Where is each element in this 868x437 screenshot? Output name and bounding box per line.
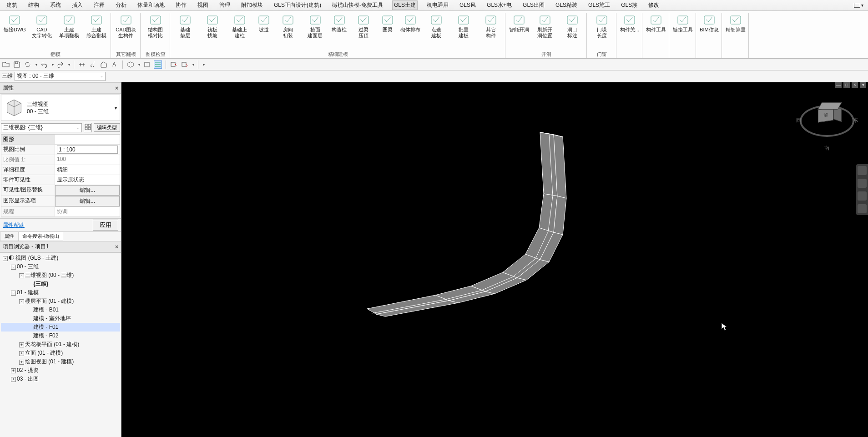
ribbon-刷新开洞位置[interactable]: 刷新开洞位置 xyxy=(532,13,558,40)
align-icon[interactable] xyxy=(78,60,86,69)
menu-系统[interactable]: 系统 xyxy=(48,0,63,10)
dropdown-icon[interactable]: ▾ xyxy=(35,63,37,67)
view-selector-combo[interactable]: 视图 : 00 - 三维 ⌄ xyxy=(15,72,106,81)
ribbon-过梁压顶[interactable]: 过梁压顶 xyxy=(350,13,377,40)
ribbon-其它构件[interactable]: 其它构件 xyxy=(478,13,504,40)
menu-分析[interactable]: 分析 xyxy=(114,0,128,10)
menu-GLS施工[interactable]: GLS施工 xyxy=(586,0,612,10)
tree-node[interactable]: +绘图视图 (01 - 建模) xyxy=(1,357,120,366)
browser-tree[interactable]: -◐ 视图 (GLS - 土建)-00 - 三维-三维视图 (00 - 三维){… xyxy=(0,253,121,384)
menu-GLS出图[interactable]: GLS出图 xyxy=(521,0,546,10)
orbit-icon[interactable] xyxy=(858,204,867,213)
steering-wheel-icon[interactable] xyxy=(858,166,867,175)
ribbon-门垛长度[interactable]: 门垛长度 xyxy=(589,13,615,40)
menu-建筑[interactable]: 建筑 xyxy=(5,0,19,10)
undo-icon[interactable] xyxy=(40,60,48,69)
3d-icon[interactable] xyxy=(126,60,135,69)
tree-node[interactable]: 建模 - F02 xyxy=(1,332,120,340)
customize-icon[interactable]: ▾ xyxy=(203,63,205,67)
window-box-icon[interactable] xyxy=(854,3,860,8)
menu-GLS族[interactable]: GLS族 xyxy=(619,0,639,10)
thin-lines-icon[interactable] xyxy=(154,60,162,69)
tree-node[interactable]: +02 - 提资 xyxy=(1,366,120,375)
expand-icon[interactable]: - xyxy=(19,299,24,304)
viewcube-south[interactable]: 南 xyxy=(824,145,829,151)
viewcube-top[interactable] xyxy=(818,102,842,110)
dropdown-icon[interactable]: ▾ xyxy=(68,63,70,67)
pan-icon[interactable] xyxy=(858,179,867,188)
ribbon-圈梁[interactable]: 圈梁 xyxy=(378,13,398,34)
expand-icon[interactable]: + xyxy=(19,351,24,356)
tree-node[interactable]: +03 - 出图 xyxy=(1,375,120,383)
close-icon[interactable]: × xyxy=(852,82,858,88)
menu-视图[interactable]: 视图 xyxy=(196,0,210,10)
expand-icon[interactable]: - xyxy=(3,256,8,261)
properties-help-link[interactable]: 属性帮助 xyxy=(3,221,25,229)
chevron-down-icon[interactable]: ▾ xyxy=(860,82,866,88)
tab-cmd-search[interactable]: 命令搜索-橄榄山 xyxy=(18,232,63,241)
close-icon[interactable]: × xyxy=(115,244,118,250)
tree-node[interactable]: +立面 (01 - 建模) xyxy=(1,349,120,357)
viewcube-east[interactable]: 东 xyxy=(853,117,858,124)
ribbon-土建综合翻模[interactable]: 土建综合翻模 xyxy=(83,13,110,40)
close-hidden-icon[interactable] xyxy=(170,60,178,69)
expand-icon[interactable]: + xyxy=(19,342,24,347)
viewcube[interactable]: 前 西 东 南 xyxy=(800,96,854,151)
menu-GLS土建[interactable]: GLS土建 xyxy=(392,0,418,10)
prop-input[interactable] xyxy=(57,146,118,154)
grid-icon[interactable] xyxy=(84,123,92,132)
ribbon-构造柱[interactable]: 构造柱 xyxy=(329,13,349,34)
tab-properties[interactable]: 属性 xyxy=(0,232,18,241)
close-icon[interactable]: × xyxy=(115,85,118,91)
tree-node[interactable]: +天花板平面 (01 - 建模) xyxy=(1,340,120,349)
viewport-3d[interactable]: — □ × ▾ xyxy=(121,82,868,437)
tree-node[interactable]: {三维} xyxy=(1,280,120,288)
ribbon-链接工具[interactable]: 链接工具 xyxy=(671,13,695,34)
tree-node[interactable]: -◐ 视图 (GLS - 土建) xyxy=(1,254,120,262)
instance-combo[interactable]: 三维视图: {三维} ⌄ xyxy=(1,123,82,132)
ribbon-土建单项翻模[interactable]: 土建单项翻模 xyxy=(56,13,82,40)
menu-GLS风[interactable]: GLS风 xyxy=(458,0,478,10)
ribbon-构件工具[interactable]: 构件工具 xyxy=(644,13,668,34)
ribbon-拾面建面层[interactable]: 拾面建面层 xyxy=(302,13,328,40)
ribbon-砌体排布[interactable]: 砌体排布 xyxy=(399,13,422,34)
ribbon-坡道[interactable]: 坡道 xyxy=(254,13,274,34)
chevron-down-icon[interactable]: ▾ xyxy=(861,3,863,8)
tree-node[interactable]: 建模 - B01 xyxy=(1,306,120,314)
save-icon[interactable] xyxy=(13,60,21,69)
open-icon[interactable] xyxy=(2,60,10,69)
ribbon-洞口标注[interactable]: 洞口标注 xyxy=(559,13,585,40)
menu-结构[interactable]: 结构 xyxy=(26,0,41,10)
prop-value[interactable]: 编辑... xyxy=(55,185,120,196)
tree-node[interactable]: -楼层平面 (01 - 建模) xyxy=(1,297,120,306)
ribbon-构件关...[interactable]: 构件关... xyxy=(618,13,641,34)
ribbon-链接DWG[interactable]: 链接DWG xyxy=(2,13,28,34)
menu-修改[interactable]: 修改 xyxy=(646,0,661,10)
apply-button[interactable]: 应用 xyxy=(93,220,118,231)
ribbon-点选建板[interactable]: 点选建板 xyxy=(423,13,449,40)
measure-icon[interactable] xyxy=(89,60,97,69)
ribbon-CAD文字转化[interactable]: CAD文字转化 xyxy=(29,13,55,40)
ribbon-BIM信息[interactable]: BIM信息 xyxy=(698,13,721,34)
type-selector[interactable]: 三维视图 00 - 三维 ▾ xyxy=(1,95,120,121)
tree-node[interactable]: -01 - 建模 xyxy=(1,288,120,297)
viewcube-west[interactable]: 西 xyxy=(796,117,801,124)
dropdown-icon[interactable]: ▾ xyxy=(138,63,140,67)
expand-icon[interactable]: - xyxy=(11,265,16,270)
maximize-icon[interactable]: □ xyxy=(843,82,850,88)
menu-GLS精装[interactable]: GLS精装 xyxy=(554,0,579,10)
expand-icon[interactable]: + xyxy=(11,368,16,373)
menu-橄榄山快模-免费工具[interactable]: 橄榄山快模-免费工具 xyxy=(330,0,385,10)
menu-插入[interactable]: 插入 xyxy=(70,0,85,10)
ribbon-基础垫层[interactable]: 基础垫层 xyxy=(172,13,198,40)
tree-node[interactable]: 建模 - F01 xyxy=(1,323,120,332)
edit-type-button[interactable]: 编辑类型 xyxy=(94,123,120,132)
menu-GLS正向设计(建筑)[interactable]: GLS正向设计(建筑) xyxy=(272,0,323,10)
ribbon-基础上建柱[interactable]: 基础上建柱 xyxy=(227,13,253,40)
tree-node[interactable]: -00 - 三维 xyxy=(1,262,120,271)
expand-icon[interactable]: + xyxy=(11,377,16,382)
ribbon-精细算量[interactable]: 精细算量 xyxy=(724,13,747,34)
expand-icon[interactable]: - xyxy=(19,273,24,278)
section-icon[interactable] xyxy=(143,60,151,69)
dropdown-icon[interactable]: ▾ xyxy=(192,63,194,67)
